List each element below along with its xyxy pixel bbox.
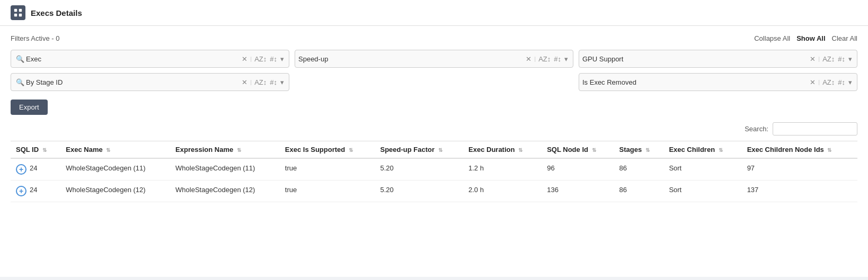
- filter-speedup-dropdown[interactable]: ▾: [563, 55, 570, 63]
- cell-stages-0: 86: [614, 158, 664, 180]
- filter-stage-input[interactable]: [26, 78, 240, 86]
- col-sql-node-id: SQL Node Id ⇅: [542, 141, 614, 159]
- filter-gpu-sort-az[interactable]: AZ↕: [821, 55, 836, 63]
- cell-expression-name-0: WholeStageCodegen (11): [170, 158, 280, 180]
- sort-icon-sql-id[interactable]: ⇅: [42, 147, 47, 153]
- cell-expression-name-1: WholeStageCodegen (12): [170, 180, 280, 202]
- row-expand-button-0[interactable]: +: [16, 164, 26, 175]
- sort-icon-exec-children[interactable]: ⇅: [719, 147, 723, 153]
- export-button[interactable]: Export: [11, 100, 48, 115]
- cell-exec-children-1: Sort: [663, 180, 741, 202]
- table-row: + 24 WholeStageCodegen (12) WholeStageCo…: [11, 180, 857, 202]
- cell-exec-name-0: WholeStageCodegen (11): [60, 158, 170, 180]
- filter-stage-dropdown[interactable]: ▾: [279, 78, 286, 86]
- filter-speedup-item: ✕ | AZ↕ #↕ ▾: [295, 50, 573, 68]
- show-all-button[interactable]: Show All: [796, 34, 825, 42]
- filter-actions: Collapse All Show All Clear All: [754, 34, 857, 42]
- table-header-row: SQL ID ⇅ Exec Name ⇅ Expression Name ⇅ E…: [11, 141, 857, 159]
- main-content: Filters Active - 0 Collapse All Show All…: [0, 26, 868, 277]
- sort-icon-exec-is-supported[interactable]: ⇅: [349, 147, 353, 153]
- search-icon[interactable]: 🔍: [14, 55, 26, 63]
- cell-exec-is-supported-0: true: [280, 158, 375, 180]
- col-exec-duration: Exec Duration ⇅: [463, 141, 542, 159]
- sort-icon-speedup-factor[interactable]: ⇅: [438, 147, 442, 153]
- filter-exec-input[interactable]: [26, 55, 240, 63]
- col-expression-name: Expression Name ⇅: [170, 141, 280, 159]
- table-row: + 24 WholeStageCodegen (11) WholeStageCo…: [11, 158, 857, 180]
- filter-gpu-dropdown[interactable]: ▾: [847, 55, 854, 63]
- filter-exec-sort-az[interactable]: AZ↕: [253, 55, 268, 63]
- filter-sep-5: |: [818, 79, 820, 85]
- filter-speedup-clear-icon[interactable]: ✕: [524, 55, 533, 63]
- sort-icon-exec-children-node-ids[interactable]: ⇅: [827, 147, 831, 153]
- cell-exec-children-0: Sort: [663, 158, 741, 180]
- row-expand-button-1[interactable]: +: [16, 186, 26, 196]
- filter-empty-slot: [295, 73, 573, 91]
- cell-exec-name-1: WholeStageCodegen (12): [60, 180, 170, 202]
- col-exec-name: Exec Name ⇅: [60, 141, 170, 159]
- filter-exec-removed-input[interactable]: [582, 78, 808, 86]
- cell-stages-1: 86: [614, 180, 664, 202]
- sort-icon-exec-duration[interactable]: ⇅: [518, 147, 522, 153]
- sort-icon-sql-node-id[interactable]: ⇅: [592, 147, 596, 153]
- filter-speedup-sort-num[interactable]: #↕: [552, 55, 563, 63]
- cell-exec-is-supported-1: true: [280, 180, 375, 202]
- sql-id-value-0: 24: [30, 164, 37, 172]
- filter-speedup-input[interactable]: [298, 55, 524, 63]
- stage-search-icon[interactable]: 🔍: [14, 78, 26, 86]
- filter-stage-sort-num[interactable]: #↕: [268, 78, 279, 86]
- cell-sql-node-id-0: 96: [542, 158, 614, 180]
- filter-sep-4: |: [250, 79, 252, 85]
- col-exec-children: Exec Children ⇅: [663, 141, 741, 159]
- filter-speedup-sort-az[interactable]: AZ↕: [537, 55, 552, 63]
- cell-speedup-factor-1: 5.20: [375, 180, 464, 202]
- filter-exec-dropdown[interactable]: ▾: [279, 55, 286, 63]
- col-exec-is-supported: Exec Is Supported ⇅: [280, 141, 375, 159]
- filter-exec-item: 🔍 ✕ | AZ↕ #↕ ▾: [11, 50, 289, 68]
- collapse-all-button[interactable]: Collapse All: [754, 34, 790, 42]
- search-label: Search:: [745, 125, 768, 133]
- filter-stage-sort-az[interactable]: AZ↕: [253, 78, 268, 86]
- cell-exec-duration-1: 2.0 h: [463, 180, 542, 202]
- filter-exec-clear-icon[interactable]: ✕: [240, 55, 249, 63]
- search-input[interactable]: [773, 122, 857, 136]
- filter-sep-1: |: [250, 56, 252, 62]
- grid-icon: [13, 8, 23, 17]
- sql-id-value-1: 24: [30, 186, 37, 194]
- filter-exec-removed-sort-az[interactable]: AZ↕: [821, 78, 836, 86]
- svg-rect-3: [19, 14, 22, 16]
- clear-all-button[interactable]: Clear All: [832, 34, 857, 42]
- filter-stage-item: 🔍 ✕ | AZ↕ #↕ ▾: [11, 73, 289, 91]
- page-title: Execs Details: [31, 8, 82, 17]
- sort-icon-expression-name[interactable]: ⇅: [237, 147, 241, 153]
- header-icon: [11, 5, 25, 20]
- filter-gpu-clear-icon[interactable]: ✕: [808, 55, 817, 63]
- col-sql-id: SQL ID ⇅: [11, 141, 60, 159]
- col-speedup-factor: Speed-up Factor ⇅: [375, 141, 464, 159]
- filter-row-1: 🔍 ✕ | AZ↕ #↕ ▾ ✕ | AZ↕ #↕ ▾ ✕ | AZ↕ #↕ ▾: [11, 50, 857, 68]
- svg-rect-2: [14, 14, 17, 16]
- filter-exec-sort-num[interactable]: #↕: [268, 55, 279, 63]
- col-exec-children-node-ids: Exec Children Node Ids ⇅: [742, 141, 857, 159]
- filter-row-2: 🔍 ✕ | AZ↕ #↕ ▾ ✕ | AZ↕ #↕ ▾: [11, 73, 857, 91]
- sort-icon-stages[interactable]: ⇅: [645, 147, 650, 153]
- filter-exec-removed-clear-icon[interactable]: ✕: [808, 78, 817, 86]
- filter-stage-clear-icon[interactable]: ✕: [240, 78, 249, 86]
- filter-gpu-sort-num[interactable]: #↕: [836, 55, 847, 63]
- filter-exec-removed-dropdown[interactable]: ▾: [847, 78, 854, 86]
- filter-sep-3: |: [818, 56, 820, 62]
- cell-sql-id-0: + 24: [11, 158, 60, 180]
- sort-icon-exec-name[interactable]: ⇅: [106, 147, 110, 153]
- filters-row: Filters Active - 0 Collapse All Show All…: [11, 34, 857, 42]
- filter-exec-removed-item: ✕ | AZ↕ #↕ ▾: [579, 73, 857, 91]
- cell-exec-children-node-ids-1: 137: [742, 180, 857, 202]
- filter-gpu-input[interactable]: [582, 55, 808, 63]
- filter-gpu-item: ✕ | AZ↕ #↕ ▾: [579, 50, 857, 68]
- cell-exec-children-node-ids-0: 97: [742, 158, 857, 180]
- svg-rect-0: [14, 9, 17, 12]
- filter-exec-removed-sort-num[interactable]: #↕: [836, 78, 847, 86]
- search-row: Search:: [11, 122, 857, 136]
- cell-sql-id-1: + 24: [11, 180, 60, 202]
- filter-sep-2: |: [534, 56, 536, 62]
- col-stages: Stages ⇅: [614, 141, 664, 159]
